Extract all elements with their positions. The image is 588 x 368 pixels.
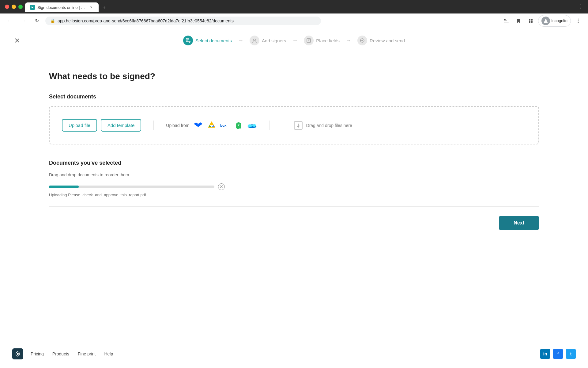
step-select-documents[interactable]: Select documents — [178, 33, 237, 48]
svg-point-30 — [17, 353, 19, 355]
profile-btn[interactable]: Incognito — [538, 15, 571, 27]
next-btn[interactable]: Next — [499, 216, 539, 230]
close-window-btn[interactable] — [5, 5, 9, 9]
add-template-btn[interactable]: Add template — [101, 119, 141, 132]
browser-actions: Incognito — [501, 15, 583, 27]
footer-links: Pricing Products Fine print Help — [31, 351, 113, 356]
svg-rect-6 — [531, 21, 533, 23]
step-2-icon — [250, 36, 259, 45]
step-place-fields[interactable]: Place fields — [299, 33, 345, 48]
svg-rect-4 — [531, 19, 533, 21]
progress-track — [49, 186, 214, 188]
twitter-btn[interactable]: t — [566, 349, 576, 359]
progress-bar-container — [49, 183, 539, 190]
step-arrow-2: → — [292, 37, 298, 44]
maximize-window-btn[interactable] — [18, 5, 23, 9]
address-input[interactable]: 🔒 app.hellosign.com/prep-and-send/6ce6ff… — [45, 17, 321, 25]
close-btn[interactable] — [12, 36, 22, 45]
browser-tab[interactable]: Sign documents online | Hello... × — [25, 2, 99, 12]
next-btn-row: Next — [49, 216, 539, 230]
step-4-icon — [357, 36, 367, 45]
svg-point-27 — [252, 124, 256, 127]
upload-filename: Uploading Please_check_and_approve_this_… — [49, 193, 539, 197]
step-add-signers[interactable]: Add signers — [245, 33, 291, 48]
onedrive-icon[interactable] — [247, 121, 257, 130]
select-documents-title: Select documents — [49, 94, 539, 100]
cast-icon[interactable] — [501, 16, 511, 26]
reload-btn[interactable]: ↻ — [32, 16, 42, 26]
dropbox-icon[interactable] — [193, 121, 203, 130]
svg-point-10 — [578, 22, 579, 23]
svg-point-8 — [578, 18, 579, 19]
footer-products-link[interactable]: Products — [52, 351, 69, 356]
box-icon[interactable]: box — [220, 121, 230, 130]
incognito-label: Incognito — [551, 18, 567, 23]
footer-pricing-link[interactable]: Pricing — [31, 351, 44, 356]
address-bar: ← → ↻ 🔒 app.hellosign.com/prep-and-send/… — [0, 13, 588, 28]
steps-nav: Select documents → Add signers → Place f… — [178, 33, 410, 48]
browser-chrome: Sign documents online | Hello... × + ⋮ ←… — [0, 0, 588, 28]
footer-logo — [12, 348, 23, 359]
step-4-label: Review and send — [370, 38, 405, 43]
social-links: in f t — [540, 349, 576, 359]
google-drive-icon[interactable] — [207, 121, 217, 130]
app-container: Select documents → Add signers → Place f… — [0, 28, 588, 366]
upload-progress: Uploading Please_check_and_approve_this_… — [49, 183, 539, 197]
step-1-icon — [183, 36, 193, 45]
section-divider — [49, 206, 539, 207]
documents-selected-section: Documents you've selected Drag and drop … — [49, 160, 539, 197]
lock-icon: 🔒 — [50, 18, 55, 23]
page-title: What needs to be signed? — [49, 71, 539, 81]
svg-point-9 — [578, 20, 579, 21]
forward-btn[interactable]: → — [18, 16, 28, 26]
step-1-label: Select documents — [195, 38, 232, 43]
step-3-label: Place fields — [316, 38, 340, 43]
svg-rect-0 — [504, 22, 509, 22]
drag-down-icon — [294, 121, 303, 130]
svg-point-26 — [247, 124, 252, 127]
step-arrow-1: → — [238, 37, 243, 44]
svg-rect-2 — [504, 19, 506, 20]
svg-point-15 — [254, 39, 255, 41]
new-tab-btn[interactable]: + — [100, 4, 108, 12]
back-btn[interactable]: ← — [5, 16, 15, 26]
svg-rect-3 — [529, 19, 530, 21]
upload-area: Upload file Add template Upload from box — [49, 106, 539, 144]
step-3-icon — [304, 36, 314, 45]
tab-favicon — [30, 5, 35, 10]
bookmark-icon[interactable] — [514, 16, 523, 26]
svg-rect-1 — [504, 21, 507, 21]
upload-from-label: Upload from — [166, 123, 189, 128]
browser-right-controls: ⋮ — [578, 3, 583, 10]
step-arrow-3: → — [346, 37, 351, 44]
footer: Pricing Products Fine print Help in f t — [0, 342, 588, 366]
drag-drop-area[interactable]: Drag and drop files here — [282, 121, 352, 130]
menu-icon[interactable] — [573, 16, 583, 26]
top-nav: Select documents → Add signers → Place f… — [0, 28, 588, 53]
step-review-and-send[interactable]: Review and send — [352, 33, 410, 48]
upload-from-section: Upload from box — [153, 121, 269, 130]
minimize-window-btn[interactable] — [12, 5, 16, 9]
svg-text:box: box — [220, 124, 227, 127]
linkedin-btn[interactable]: in — [540, 349, 550, 359]
tab-close-btn[interactable]: × — [89, 5, 94, 10]
url-text: app.hellosign.com/prep-and-send/6ce6ffa8… — [58, 18, 316, 23]
tab-title: Sign documents online | Hello... — [37, 5, 86, 10]
documents-selected-subtitle: Drag and drop documents to reorder them — [49, 172, 539, 177]
drag-drop-label: Drag and drop files here — [306, 123, 352, 128]
main-content: What needs to be signed? Select document… — [0, 53, 588, 342]
extensions-icon[interactable] — [526, 16, 536, 26]
evernote-icon[interactable] — [234, 121, 243, 130]
upload-file-btn[interactable]: Upload file — [62, 119, 97, 132]
traffic-lights — [5, 5, 23, 9]
step-2-label: Add signers — [262, 38, 286, 43]
footer-fine-print-link[interactable]: Fine print — [78, 351, 96, 356]
upload-buttons: Upload file Add template — [62, 119, 141, 132]
progress-fill — [49, 186, 79, 188]
svg-rect-5 — [529, 21, 530, 23]
documents-selected-title: Documents you've selected — [49, 160, 539, 166]
profile-avatar — [541, 17, 550, 25]
facebook-btn[interactable]: f — [553, 349, 563, 359]
footer-help-link[interactable]: Help — [104, 351, 113, 356]
cancel-upload-btn[interactable] — [218, 183, 225, 190]
